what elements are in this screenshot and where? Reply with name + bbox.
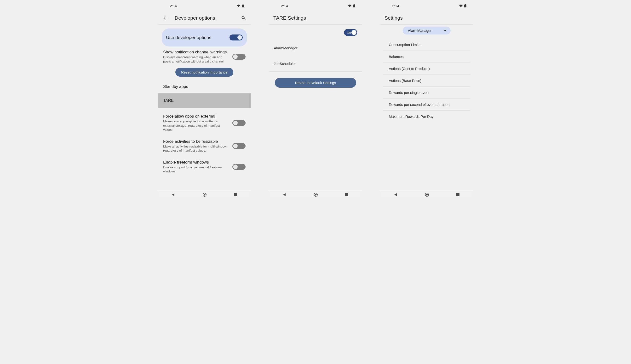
master-toggle-switch[interactable]: [230, 34, 243, 40]
settings-list[interactable]: Use developer options Show notification …: [158, 25, 251, 190]
toggle-switch[interactable]: [232, 143, 246, 149]
back-button[interactable]: [162, 15, 168, 21]
nav-home-icon[interactable]: [314, 192, 318, 197]
toggle-on-label: ON: [347, 31, 351, 34]
battery-icon: [353, 4, 355, 8]
row-max-rewards[interactable]: Maximum Rewards Per Day: [383, 111, 470, 122]
screen-settings-alarm-manager: 2:14 Settings AlarmManager Consumption L…: [380, 0, 473, 199]
pref-subtitle: Enable support for experimental freeform…: [163, 165, 229, 174]
nav-back-icon[interactable]: [394, 193, 398, 196]
pref-subtitle: Displays on-screen warning when an app p…: [163, 55, 229, 64]
svg-rect-1: [243, 4, 243, 4]
menu-job-scheduler[interactable]: JobScheduler: [269, 56, 362, 71]
row-rewards-single[interactable]: Rewards per single event: [383, 87, 470, 99]
svg-rect-6: [354, 4, 355, 4]
wifi-icon: [348, 4, 352, 7]
svg-rect-10: [464, 4, 466, 8]
page-title: Developer options: [175, 15, 234, 21]
divider: [269, 71, 362, 72]
nav-back-icon[interactable]: [172, 193, 175, 196]
svg-rect-14: [456, 193, 459, 196]
pref-force-external[interactable]: Force allow apps on external Makes any a…: [158, 108, 251, 134]
svg-point-13: [426, 194, 428, 196]
pref-subtitle: Makes any app eligible to be written to …: [163, 119, 229, 132]
status-icons: [459, 4, 466, 8]
pref-notification-warnings[interactable]: Show notification channel warnings Displ…: [158, 48, 251, 66]
nav-bar: [158, 190, 251, 199]
pref-title: Force activities to be resizable: [163, 139, 229, 144]
pref-title: Force allow apps on external: [163, 114, 229, 119]
svg-point-8: [315, 194, 316, 196]
row-balances[interactable]: Balances: [383, 51, 470, 63]
toggle-switch[interactable]: [232, 54, 246, 60]
nav-recents-icon[interactable]: [345, 193, 348, 196]
nav-recents-icon[interactable]: [456, 193, 459, 196]
menu-alarm-manager[interactable]: AlarmManager: [269, 40, 362, 56]
status-icons: [237, 4, 244, 8]
reset-notification-button[interactable]: Reset notification importance: [175, 68, 233, 77]
svg-rect-11: [465, 4, 466, 4]
status-icons: [348, 4, 355, 8]
clock: 2:14: [170, 4, 177, 8]
pref-title: Show notification channel warnings: [163, 50, 229, 54]
wifi-icon: [237, 4, 241, 7]
pref-tare[interactable]: TARE: [158, 94, 251, 108]
svg-rect-9: [345, 193, 348, 196]
arrow-back-icon: [162, 15, 168, 20]
nav-bar: [269, 190, 362, 199]
battery-icon: [464, 4, 466, 8]
pref-subtitle: Make all activities resizable for multi-…: [163, 144, 229, 153]
pref-title: Enable freeform windows: [163, 160, 229, 165]
content: AlarmManager Consumption Limits Balances…: [380, 25, 473, 190]
search-button[interactable]: [241, 15, 247, 21]
nav-recents-icon[interactable]: [234, 193, 237, 196]
toggle-switch[interactable]: [232, 164, 246, 170]
row-actions-cost[interactable]: Actions (Cost to Produce): [383, 63, 470, 75]
toggle-switch[interactable]: [232, 120, 246, 126]
page-title: TARE Settings: [273, 15, 358, 21]
screen-tare-settings: 2:14 TARE Settings ON AlarmManager JobSc…: [269, 0, 362, 199]
svg-point-3: [204, 194, 205, 196]
policy-dropdown[interactable]: AlarmManager: [403, 26, 451, 34]
tare-toggle-switch[interactable]: ON: [344, 29, 357, 36]
battery-icon: [242, 4, 244, 8]
row-rewards-duration[interactable]: Rewards per second of event duration: [383, 99, 470, 111]
pref-force-resizable[interactable]: Force activities to be resizable Make al…: [158, 134, 251, 155]
tare-enable-row[interactable]: ON: [269, 25, 362, 40]
screen-developer-options: 2:14 Developer options Use developer opt…: [158, 0, 251, 199]
app-bar: Developer options: [158, 12, 251, 25]
nav-back-icon[interactable]: [283, 193, 287, 196]
status-bar: 2:14: [269, 0, 362, 12]
app-bar: TARE Settings: [269, 12, 362, 25]
dropdown-value: AlarmManager: [408, 28, 431, 32]
clock: 2:14: [281, 4, 288, 8]
revert-defaults-button[interactable]: Revert to Default Settings: [275, 78, 356, 88]
nav-bar: [380, 190, 473, 199]
svg-rect-5: [353, 4, 355, 8]
app-bar: Settings: [380, 12, 473, 25]
svg-rect-0: [242, 4, 244, 8]
clock: 2:14: [392, 4, 399, 8]
pref-standby-apps[interactable]: Standby apps: [158, 80, 251, 94]
page-title: Settings: [384, 15, 469, 21]
row-actions-base[interactable]: Actions (Base Price): [383, 75, 470, 87]
content: ON AlarmManager JobScheduler Revert to D…: [269, 25, 362, 190]
svg-rect-4: [234, 193, 237, 196]
nav-home-icon[interactable]: [202, 192, 207, 197]
master-toggle-label: Use developer options: [166, 35, 211, 40]
row-consumption-limits[interactable]: Consumption Limits: [383, 39, 470, 51]
search-icon: [241, 15, 246, 20]
status-bar: 2:14: [158, 0, 251, 12]
status-bar: 2:14: [380, 0, 473, 12]
pref-freeform-windows[interactable]: Enable freeform windows Enable support f…: [158, 155, 251, 176]
master-toggle-row[interactable]: Use developer options: [162, 28, 247, 46]
wifi-icon: [459, 4, 463, 7]
nav-home-icon[interactable]: [425, 192, 429, 197]
